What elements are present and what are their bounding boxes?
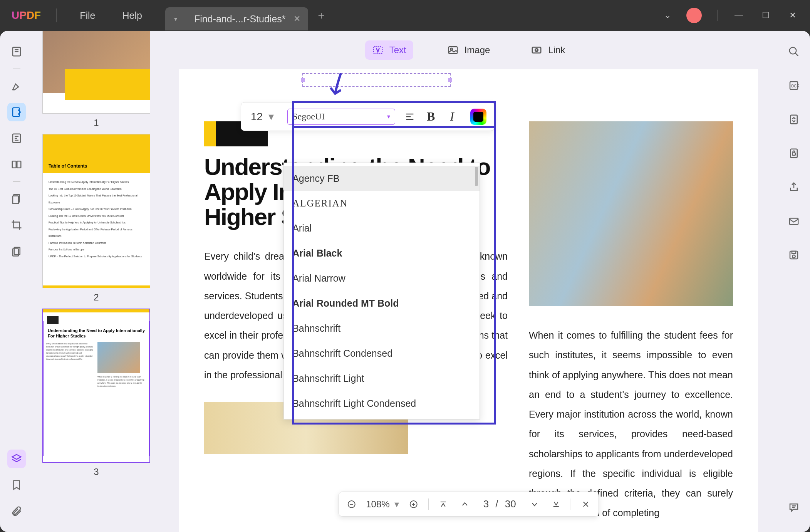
thumbnail-page-1[interactable]: 1 <box>42 31 150 128</box>
svg-point-32 <box>789 47 796 54</box>
highlight-icon[interactable] <box>7 77 26 95</box>
next-page-button[interactable] <box>528 497 542 511</box>
user-avatar[interactable] <box>686 8 702 23</box>
font-option[interactable]: Bahnschrift Light <box>284 366 480 391</box>
page-indicator[interactable]: 3 / 30 <box>480 498 520 510</box>
bookmark-icon[interactable] <box>7 476 26 494</box>
right-tool-rail: OCR <box>777 31 810 532</box>
zoom-page-bar: 108%▾ 3 / 30 <box>338 492 599 517</box>
menu-file[interactable]: File <box>68 10 107 21</box>
annotation-arrow-icon <box>327 71 347 102</box>
document-image[interactable] <box>529 121 733 306</box>
chevron-down-icon[interactable]: ⌄ <box>664 10 671 20</box>
window-maximize[interactable]: ☐ <box>760 10 771 20</box>
svg-rect-38 <box>792 153 795 155</box>
svg-line-33 <box>795 53 798 56</box>
comment-icon[interactable] <box>785 498 803 517</box>
edit-link-label: Link <box>548 45 565 55</box>
prev-page-button[interactable] <box>458 497 472 511</box>
svg-rect-39 <box>789 218 798 225</box>
thumbnail-page-2[interactable]: Table of Contents Understanding the Need… <box>42 134 150 303</box>
crop-icon[interactable] <box>7 216 26 234</box>
window-minimize[interactable]: — <box>733 10 745 20</box>
chevron-down-icon: ▾ <box>394 499 399 510</box>
thumb-number: 1 <box>42 117 150 128</box>
thumb-number: 2 <box>42 292 150 303</box>
organize-icon[interactable] <box>7 155 26 174</box>
thumb-number: 3 <box>42 467 150 477</box>
left-tool-rail <box>0 31 33 532</box>
window-close[interactable]: ✕ <box>787 10 798 20</box>
close-bar-button[interactable] <box>579 497 593 511</box>
attachment-icon[interactable] <box>7 502 26 520</box>
svg-rect-4 <box>13 108 20 117</box>
font-option[interactable]: Arial Black <box>284 241 480 266</box>
font-family-value: SegoeUI <box>292 111 325 122</box>
zoom-in-button[interactable] <box>407 497 421 511</box>
italic-button[interactable]: I <box>441 106 463 127</box>
page-canvas[interactable]: 12 ▾ SegoeUI ▾ Agency FB ALGERIAN Arial … <box>179 69 758 532</box>
thumbnail-page-3[interactable]: Understanding the Need to Apply Internat… <box>42 309 150 477</box>
edit-image-button[interactable]: Image <box>440 40 497 60</box>
edit-text-icon[interactable] <box>7 103 26 121</box>
document-tab[interactable]: Find-and-...r-Studies* ✕ <box>186 7 308 30</box>
page-tool-icon[interactable] <box>7 190 26 208</box>
svg-rect-41 <box>792 251 796 253</box>
font-dropdown: Agency FB ALGERIAN Arial Arial Black Ari… <box>283 163 480 420</box>
font-option[interactable]: Agency FB <box>284 166 480 191</box>
bold-button[interactable]: B <box>420 106 441 127</box>
zoom-percent[interactable]: 108%▾ <box>366 499 399 510</box>
last-page-button[interactable] <box>549 497 563 511</box>
zoom-out-button[interactable] <box>344 497 358 511</box>
protect-icon[interactable] <box>785 144 803 163</box>
tab-close-icon[interactable]: ✕ <box>293 14 300 24</box>
chevron-down-icon: ▾ <box>387 113 390 120</box>
tab-strip: ▾ Find-and-...r-Studies* ✕ ＋ <box>165 0 335 31</box>
search-icon[interactable] <box>785 42 803 61</box>
mail-icon[interactable] <box>785 212 803 230</box>
font-size-select[interactable]: 12 ▾ <box>241 110 283 123</box>
layers-icon[interactable] <box>7 450 26 468</box>
chevron-down-icon: ▾ <box>268 110 274 123</box>
text-color-button[interactable] <box>470 109 486 125</box>
text-format-toolbar: 12 ▾ SegoeUI ▾ Agency FB ALGERIAN Arial … <box>241 102 495 131</box>
tab-list-dropdown[interactable]: ▾ <box>165 7 186 30</box>
svg-rect-9 <box>12 161 16 168</box>
edit-text-label: Text <box>389 45 406 55</box>
menu-help[interactable]: Help <box>111 10 154 21</box>
selection-handle-left[interactable] <box>301 78 305 82</box>
font-option[interactable]: Arial Narrow <box>284 266 480 291</box>
edit-image-label: Image <box>465 45 490 55</box>
text-selection-box[interactable] <box>302 73 451 87</box>
pages-icon[interactable] <box>7 242 26 260</box>
divider <box>717 10 718 21</box>
reader-mode-icon[interactable] <box>7 42 26 61</box>
page-area: Text Image Link 1 <box>160 31 777 532</box>
font-option[interactable]: Arial Rounded MT Bold <box>284 291 480 316</box>
font-family-select[interactable]: SegoeUI ▾ <box>287 109 395 125</box>
ocr-icon[interactable]: OCR <box>785 76 803 95</box>
new-tab-button[interactable]: ＋ <box>316 8 335 23</box>
share-icon[interactable] <box>785 178 803 196</box>
save-icon[interactable] <box>785 246 803 264</box>
edit-link-button[interactable]: Link <box>524 40 572 60</box>
thumbnail-panel: 1 Table of Contents Understanding the Ne… <box>33 31 160 532</box>
font-option[interactable]: Bahnschrift Condensed <box>284 341 480 366</box>
font-option[interactable]: Arial <box>284 216 480 241</box>
divider <box>56 8 57 22</box>
svg-rect-12 <box>13 196 18 204</box>
titlebar: UPDF File Help ▾ Find-and-...r-Studies* … <box>0 0 810 31</box>
tab-title: Find-and-...r-Studies* <box>194 13 286 25</box>
font-option[interactable]: Bahnschrift <box>284 316 480 341</box>
svg-rect-10 <box>17 161 21 168</box>
app-logo: UPDF <box>0 9 52 22</box>
font-option[interactable]: Bahnschrift Light Condensed <box>284 391 480 416</box>
first-page-button[interactable] <box>436 497 450 511</box>
scrollbar[interactable] <box>475 167 478 186</box>
form-icon[interactable] <box>7 129 26 148</box>
selection-handle-right[interactable] <box>448 78 452 82</box>
align-button[interactable] <box>399 106 420 127</box>
edit-text-button[interactable]: Text <box>365 40 413 60</box>
convert-icon[interactable] <box>785 110 803 129</box>
font-option[interactable]: ALGERIAN <box>284 191 480 216</box>
